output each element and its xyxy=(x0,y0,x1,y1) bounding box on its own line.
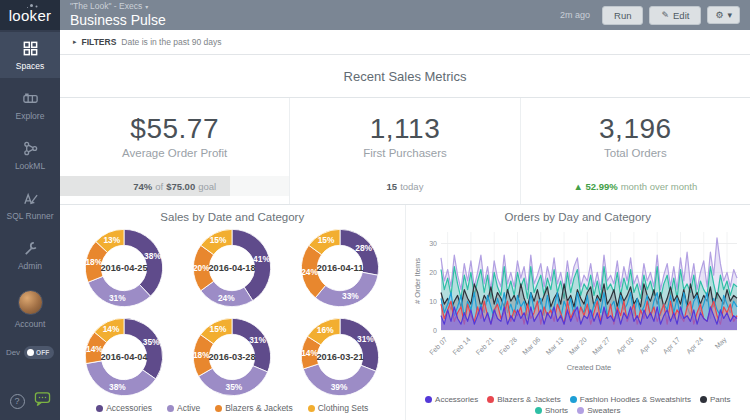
kpi-value: $55.77 xyxy=(130,113,219,145)
run-button[interactable]: Run xyxy=(602,6,643,25)
legend-item[interactable]: Clothing Sets xyxy=(308,403,369,413)
svg-text:24%: 24% xyxy=(218,293,235,303)
sidebar-item-lookml[interactable]: LookML xyxy=(0,132,60,178)
charts-row: Sales by Date and Category 38%31%18%13%2… xyxy=(60,205,750,420)
legend-item[interactable]: Accessories xyxy=(425,395,478,404)
legend-label: Fashion Hoodies & Sweatshirts xyxy=(580,395,691,404)
legend-item[interactable]: Active xyxy=(167,403,200,413)
svg-text:31%: 31% xyxy=(357,334,374,344)
sidebar-item-label: Explore xyxy=(16,111,45,121)
svg-text:33%: 33% xyxy=(342,292,359,302)
kpi-subtext: 15 today xyxy=(290,176,519,196)
orders-area-chart[interactable]: 0102030Feb 07Feb 14Feb 21Feb 28Mar 06Mar… xyxy=(411,224,745,376)
svg-text:10: 10 xyxy=(429,298,437,305)
legend-dot-icon xyxy=(700,396,707,403)
kpi-label: Total Orders xyxy=(604,147,667,159)
donut-chart[interactable]: 31%39%14%16%2016-03-21 xyxy=(298,315,382,399)
toggle-dot-icon xyxy=(27,349,34,356)
chat-icon[interactable] xyxy=(34,391,51,411)
svg-text:31%: 31% xyxy=(109,293,126,303)
legend-dot-icon xyxy=(487,396,494,403)
svg-text:Feb 14: Feb 14 xyxy=(451,336,471,356)
svg-text:38%: 38% xyxy=(109,381,126,391)
donut-chart[interactable]: 31%35%18%15%2016-03-28 xyxy=(190,315,274,399)
filters-bar[interactable]: ▸ FILTERS Date is in the past 90 days xyxy=(60,30,750,55)
donut-chart[interactable]: 38%31%18%13%2016-04-25 xyxy=(82,226,166,310)
legend-item[interactable]: Fashion Hoodies & Sweatshirts xyxy=(570,395,691,404)
logo-dots-icon xyxy=(30,4,33,7)
lookml-icon xyxy=(22,140,39,157)
svg-text:35%: 35% xyxy=(226,382,243,392)
sidebar-item-label: Spaces xyxy=(16,61,44,71)
chart-title: Orders by Day and Category xyxy=(406,205,750,224)
trend-up-indicator: ▲ 52.99% xyxy=(573,181,617,192)
svg-text:Apr 03: Apr 03 xyxy=(615,336,635,356)
looker-logo[interactable]: looker xyxy=(0,0,60,30)
sidebar-footer: ? xyxy=(10,391,51,420)
breadcrumb[interactable]: "The Look" - Execs ▾ xyxy=(70,2,166,12)
legend-item[interactable]: Pants xyxy=(700,395,730,404)
main-area: "The Look" - Execs ▾ Business Pulse 2m a… xyxy=(60,0,750,420)
svg-text:15%: 15% xyxy=(210,236,227,246)
area-legend: AccessoriesBlazers & JacketsFashion Hood… xyxy=(406,394,750,420)
svg-text:41%: 41% xyxy=(253,254,270,264)
donut-chart[interactable]: 35%38%14%14%2016-04-04 xyxy=(82,315,166,399)
dashboard-header: "The Look" - Execs ▾ Business Pulse 2m a… xyxy=(60,0,750,30)
sales-by-date-panel: Sales by Date and Category 38%31%18%13%2… xyxy=(60,205,405,420)
kpi-label: First Purchasers xyxy=(363,147,447,159)
toggle-state: OFF xyxy=(36,349,49,356)
svg-text:38%: 38% xyxy=(144,252,161,262)
legend-label: Accessories xyxy=(106,403,152,413)
dev-toggle[interactable]: OFF xyxy=(24,346,54,359)
sidebar-item-account[interactable]: Account xyxy=(0,282,60,336)
dashboard-settings-button[interactable]: ⚙ ▾ xyxy=(707,6,740,24)
donut-legend: AccessoriesActiveBlazers & JacketsClothi… xyxy=(60,401,405,420)
sidebar-item-admin[interactable]: Admin xyxy=(0,232,60,278)
sidebar-item-label: Admin xyxy=(18,261,42,271)
goal-progress-text: 74% of $75.00 goal xyxy=(60,176,289,196)
donut-chart[interactable]: 28%33%24%15%2016-04-11 xyxy=(298,226,382,310)
kpi-value: 3,196 xyxy=(599,113,672,145)
kpi-card-total-orders[interactable]: 3,196 Total Orders ▲ 52.99% month over m… xyxy=(521,98,750,204)
sidebar-item-sql-runner[interactable]: SQL Runner xyxy=(0,182,60,228)
legend-dot-icon xyxy=(308,405,315,412)
help-icon[interactable]: ? xyxy=(10,394,25,409)
filters-label: FILTERS xyxy=(82,37,117,47)
chart-title: Sales by Date and Category xyxy=(60,205,405,224)
svg-text:28%: 28% xyxy=(356,243,373,253)
sidebar-item-spaces[interactable]: Spaces xyxy=(0,32,60,78)
svg-text:14%: 14% xyxy=(103,324,120,334)
sidebar: looker Spaces Explore xyxy=(0,0,60,420)
looker-app: looker Spaces Explore xyxy=(0,0,750,420)
svg-text:Mar 06: Mar 06 xyxy=(521,336,541,356)
legend-item[interactable]: Blazers & Jackets xyxy=(215,403,293,413)
svg-text:Apr 10: Apr 10 xyxy=(638,336,658,356)
legend-dot-icon xyxy=(535,407,542,414)
legend-item[interactable]: Accessories xyxy=(96,403,152,413)
page-title: Business Pulse xyxy=(70,12,166,28)
svg-text:Mar 13: Mar 13 xyxy=(544,336,564,356)
svg-text:2016-04-04: 2016-04-04 xyxy=(100,352,148,362)
svg-text:2016-04-25: 2016-04-25 xyxy=(100,263,147,273)
kpi-card-average-order-profit[interactable]: $55.77 Average Order Profit 74% of $75.0… xyxy=(60,98,289,204)
svg-text:Mar 27: Mar 27 xyxy=(591,336,611,356)
goal-progress-bar: 74% of $75.00 goal xyxy=(60,176,289,196)
donut-chart[interactable]: 41%24%20%15%2016-04-18 xyxy=(190,226,274,310)
legend-label: Blazers & Jackets xyxy=(497,395,561,404)
sidebar-item-explore[interactable]: Explore xyxy=(0,82,60,128)
legend-item[interactable]: Blazers & Jackets xyxy=(487,395,561,404)
last-run-timestamp: 2m ago xyxy=(560,10,590,20)
edit-button[interactable]: ✎ Edit xyxy=(649,6,701,25)
legend-item[interactable]: Shorts xyxy=(535,406,568,415)
kpi-value: 1,113 xyxy=(370,113,441,145)
wrench-icon xyxy=(22,240,39,257)
sidebar-item-label: Account xyxy=(15,319,46,329)
avatar xyxy=(18,290,43,315)
dev-label: Dev xyxy=(6,348,20,357)
svg-text:2016-03-28: 2016-03-28 xyxy=(209,352,256,362)
legend-item[interactable]: Sweaters xyxy=(577,406,620,415)
sql-runner-icon xyxy=(22,190,39,207)
legend-dot-icon xyxy=(96,405,103,412)
kpi-card-first-purchasers[interactable]: 1,113 First Purchasers 15 today xyxy=(290,98,519,204)
gear-icon: ⚙ xyxy=(715,10,723,20)
